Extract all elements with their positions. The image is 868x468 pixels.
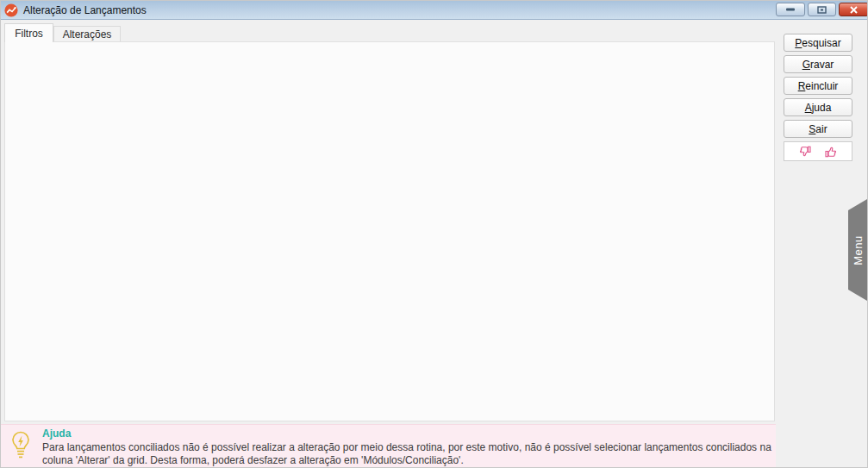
help-strip: Ajuda Para lançamentos conciliados não é… [1,424,776,468]
reincluir-button[interactable]: Reincluir [784,77,852,95]
ajuda-button[interactable]: Ajuda [784,98,852,116]
sair-button[interactable]: Sair [784,120,852,138]
help-title: Ajuda [42,427,71,440]
minimize-icon [786,8,795,11]
thumbs-up-icon[interactable] [824,145,839,159]
app-chart-line-icon [4,3,18,17]
pesquisar-button[interactable]: Pesquisar [784,34,852,52]
close-icon [850,6,858,14]
lightbulb-icon [10,430,31,464]
maximize-button[interactable] [808,3,836,16]
window-title: Alteração de Lançamentos [23,4,147,16]
tab-alteracoes[interactable]: Alterações [53,26,121,42]
feedback-panel [784,141,852,161]
close-button[interactable] [839,3,868,16]
alteracao-lancamentos-window: Alteração de Lançamentos Filtros Alteraç… [0,0,868,468]
gravar-button[interactable]: Gravar [784,55,852,73]
thumbs-down-icon[interactable] [797,145,812,159]
titlebar: Alteração de Lançamentos [1,1,868,20]
menu-side-tab[interactable]: Menu [848,199,867,301]
minimize-button[interactable] [776,3,805,16]
help-text: Para lançamentos conciliados não é possí… [42,441,771,467]
filters-panel [4,41,775,421]
tab-filtros[interactable]: Filtros [4,23,53,42]
maximize-icon [817,6,827,14]
menu-side-tab-label: Menu [852,235,865,265]
